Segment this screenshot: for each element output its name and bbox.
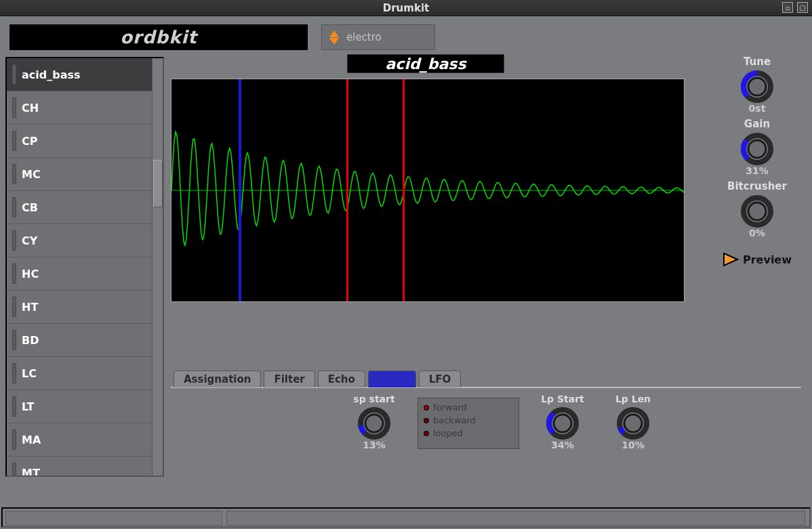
drag-handle-icon[interactable] — [12, 396, 16, 417]
direction-option-looped[interactable]: looped — [424, 428, 513, 438]
playhead-marker[interactable] — [239, 79, 241, 301]
sample-list: acid_bass CH CP MC CB CY HC HT BD LC — [5, 57, 164, 477]
direction-selector: forwardbackwardlooped — [418, 398, 519, 449]
tab-echo[interactable]: Echo — [318, 371, 365, 387]
tab-lfo[interactable]: LFO — [419, 371, 462, 387]
sidebar-item-label: MT — [22, 467, 40, 478]
spinner-icon[interactable] — [327, 28, 341, 47]
waveform-display[interactable] — [171, 79, 685, 302]
direction-option-forward[interactable]: forward — [424, 402, 513, 412]
category-label: electro — [346, 31, 382, 43]
drag-handle-icon[interactable] — [12, 330, 16, 350]
lp-start-knob[interactable] — [545, 406, 580, 441]
drag-handle-icon[interactable] — [12, 197, 16, 217]
svg-point-9 — [365, 415, 383, 432]
kit-name-display[interactable]: ordbkit — [9, 24, 308, 50]
tune-knob-block: Tune 0st — [713, 56, 801, 114]
loop-start-marker[interactable] — [346, 79, 348, 301]
sample-name-display: acid_bass — [347, 54, 504, 73]
tab-assignation[interactable]: Assignation — [174, 371, 261, 387]
bitcrusher-knob[interactable] — [739, 194, 775, 229]
drag-handle-icon[interactable] — [12, 463, 16, 477]
window-minimize-button[interactable]: ▫ — [782, 2, 793, 13]
sidebar-item-label: CH — [22, 102, 39, 114]
lp-len-knob[interactable] — [615, 406, 651, 441]
drag-handle-icon[interactable] — [12, 164, 16, 184]
radio-icon — [424, 418, 429, 423]
sidebar-item-label: acid_bass — [22, 68, 81, 81]
loop-end-marker[interactable] — [403, 79, 405, 301]
sidebar-item-lc[interactable]: LC — [7, 357, 153, 390]
sp-start-knob-block: sp start 13% — [347, 394, 401, 450]
direction-option-backward[interactable]: backward — [424, 415, 513, 425]
gain-knob-block: Gain 31% — [713, 118, 801, 176]
lp-start-knob-block: Lp Start 34% — [535, 394, 590, 450]
sidebar-item-label: CY — [22, 234, 37, 247]
tab-strip: AssignationFilterEchoLoopLFO sp start 13… — [171, 370, 801, 450]
gain-knob[interactable] — [739, 131, 775, 167]
tab-filter[interactable]: Filter — [264, 371, 314, 387]
sidebar-item-label: CB — [22, 201, 38, 214]
preview-button[interactable]: Preview — [713, 252, 801, 267]
sidebar-item-bd[interactable]: BD — [7, 324, 153, 357]
sidebar-item-label: BD — [22, 334, 39, 347]
sidebar-item-ma[interactable]: MA — [7, 423, 153, 457]
sidebar-item-lt[interactable]: LT — [7, 390, 153, 423]
svg-point-11 — [554, 415, 571, 432]
window-maximize-button[interactable]: ▢ — [797, 2, 808, 13]
sidebar-item-ht[interactable]: HT — [7, 291, 153, 324]
sidebar-item-acid_bass[interactable]: acid_bass — [7, 58, 153, 91]
title-bar: Drumkit ▫ ▢ — [0, 0, 812, 16]
status-bar — [1, 507, 811, 528]
sidebar-item-label: HC — [22, 268, 39, 280]
sidebar-item-label: CP — [22, 135, 37, 148]
radio-icon — [424, 431, 429, 436]
sidebar-item-mc[interactable]: MC — [7, 158, 153, 191]
sidebar-item-cb[interactable]: CB — [7, 191, 153, 224]
tune-knob[interactable] — [739, 69, 775, 104]
svg-point-2 — [748, 78, 766, 96]
drag-handle-icon[interactable] — [12, 263, 16, 284]
sidebar-item-cp[interactable]: CP — [7, 125, 153, 158]
svg-point-4 — [748, 140, 766, 158]
category-selector[interactable]: electro — [321, 24, 435, 50]
bitcrusher-knob-block: Bitcrusher 0% — [713, 180, 801, 238]
sidebar-item-mt[interactable]: MT — [7, 457, 153, 477]
sidebar-item-label: MA — [22, 433, 41, 446]
lp-len-knob-block: Lp Len 10% — [606, 394, 660, 450]
tab-loop[interactable]: Loop — [368, 371, 416, 387]
radio-icon — [424, 405, 429, 410]
drag-handle-icon[interactable] — [12, 131, 16, 151]
loop-tab-body: sp start 13% forwardbackwardlooped Lp St… — [171, 388, 801, 450]
drag-handle-icon[interactable] — [12, 230, 16, 251]
svg-point-13 — [624, 415, 642, 432]
window-title: Drumkit — [383, 2, 429, 14]
scrollbar-thumb[interactable] — [153, 160, 163, 207]
drag-handle-icon[interactable] — [12, 64, 16, 85]
svg-point-6 — [748, 203, 766, 220]
drag-handle-icon[interactable] — [12, 363, 16, 383]
sidebar-item-label: HT — [22, 301, 38, 314]
svg-marker-7 — [724, 253, 737, 266]
sidebar-item-ch[interactable]: CH — [7, 91, 153, 125]
sidebar-scrollbar[interactable] — [152, 58, 163, 475]
drag-handle-icon[interactable] — [12, 429, 16, 450]
sidebar-item-label: LT — [22, 400, 34, 413]
sidebar-item-label: MC — [22, 168, 41, 181]
sidebar-item-label: LC — [22, 367, 37, 380]
drag-handle-icon[interactable] — [12, 297, 16, 317]
sidebar-item-cy[interactable]: CY — [7, 224, 153, 257]
sidebar-item-hc[interactable]: HC — [7, 257, 153, 291]
drag-handle-icon[interactable] — [12, 98, 16, 118]
play-icon — [723, 252, 739, 267]
sp-start-knob[interactable] — [357, 406, 392, 441]
